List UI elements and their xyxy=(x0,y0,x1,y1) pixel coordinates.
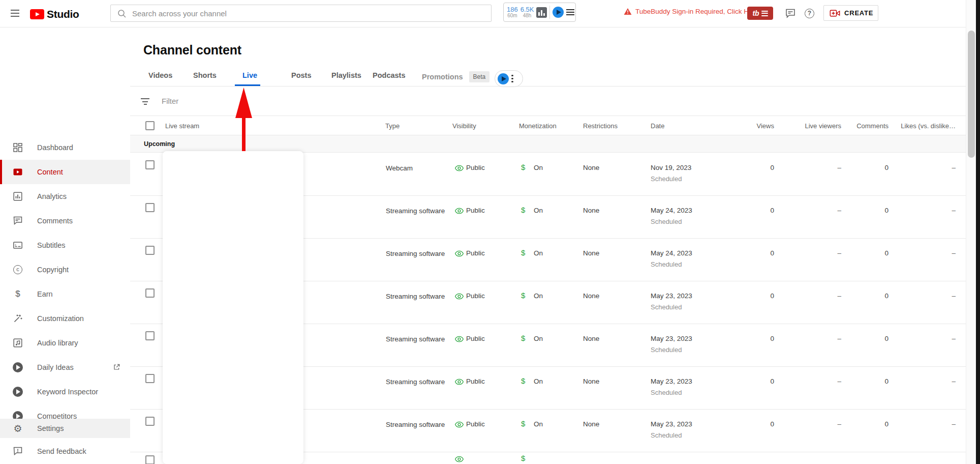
column-date[interactable]: Date xyxy=(651,122,664,130)
hamburger-menu-icon[interactable] xyxy=(11,10,19,17)
sidebar-item-dashboard[interactable]: Dashboard xyxy=(0,135,130,160)
extension-divider xyxy=(549,6,550,19)
window-scrollbar-thumb[interactable] xyxy=(968,31,975,158)
monetization-value: On xyxy=(534,292,543,300)
row-checkbox[interactable] xyxy=(145,374,155,383)
row-checkbox[interactable] xyxy=(145,160,155,169)
analytics-icon xyxy=(13,191,23,201)
sidebar-item-earn[interactable]: $Earn xyxy=(0,282,130,306)
row-checkbox[interactable] xyxy=(145,455,155,464)
sidebar-item-audio-library[interactable]: Audio library xyxy=(0,331,130,355)
date-status: Scheduled xyxy=(651,303,682,311)
active-tab-underline xyxy=(235,84,260,86)
sidebar-item-copyright[interactable]: cCopyright xyxy=(0,257,130,282)
top-bar: Studio 186 60m 6.5K 48h TubeBuddy Sign-i… xyxy=(0,0,966,27)
window-scrollbar-track[interactable] xyxy=(966,0,976,464)
row-checkbox[interactable] xyxy=(145,246,155,255)
visibility-value[interactable]: Public xyxy=(466,164,485,171)
tab-podcasts[interactable]: Podcasts xyxy=(373,71,405,79)
tab-live[interactable]: Live xyxy=(242,71,257,79)
tab-videos[interactable]: Videos xyxy=(148,71,172,79)
column-comments: Comments xyxy=(856,122,889,130)
sidebar-item-customization[interactable]: Customization xyxy=(0,306,130,331)
likes-value: – xyxy=(952,378,956,385)
tab-promotions[interactable]: PromotionsBeta xyxy=(422,71,489,82)
monetization-dollar-icon: $ xyxy=(521,163,525,171)
table-header: Live stream Type Visibility Monetization… xyxy=(130,116,966,135)
tubebuddy-button[interactable]: tb xyxy=(747,7,773,20)
extension-stat-views[interactable]: 186 60m xyxy=(507,6,518,18)
tubebuddy-logo: tb xyxy=(752,9,759,17)
row-checkbox[interactable] xyxy=(145,331,155,340)
stream-type: Streaming software xyxy=(386,420,445,429)
sidebar-item-content[interactable]: Content xyxy=(0,160,130,184)
select-all-checkbox[interactable] xyxy=(145,121,155,130)
copyright-icon: c xyxy=(13,265,23,275)
visibility-public-eye-icon xyxy=(454,377,464,387)
row-checkbox[interactable] xyxy=(145,417,155,426)
tab-posts[interactable]: Posts xyxy=(291,71,312,79)
row-checkbox[interactable] xyxy=(145,288,155,298)
external-link-icon xyxy=(113,363,120,373)
sidebar-item-keyword-inspector[interactable]: Keyword Inspector xyxy=(0,380,130,404)
likes-value: – xyxy=(952,249,956,257)
vidiq-tab-tools[interactable] xyxy=(495,70,523,87)
extension-chart-icon[interactable] xyxy=(536,7,547,18)
monetization-value: On xyxy=(534,164,543,171)
page-title: Channel content xyxy=(143,43,241,57)
filter-input[interactable] xyxy=(162,94,416,108)
extension-menu-icon[interactable] xyxy=(566,8,574,17)
stream-type: Streaming software xyxy=(386,292,445,301)
visibility-value[interactable]: Public xyxy=(466,378,485,385)
date-value: May 23, 2023 xyxy=(651,292,692,300)
visibility-value[interactable]: Public xyxy=(466,249,485,257)
blank-thumbnail-panel xyxy=(163,151,303,464)
sidebar-item-send-feedback[interactable]: Send feedback xyxy=(0,438,130,464)
feedback-comment-icon[interactable] xyxy=(785,9,795,18)
warning-text: TubeBuddy Sign-in Required, Click Here xyxy=(635,8,759,15)
help-icon[interactable]: ? xyxy=(805,9,814,18)
search-input[interactable] xyxy=(132,5,483,21)
visibility-public-eye-icon xyxy=(454,206,464,216)
comments-icon xyxy=(13,216,23,226)
youtube-studio-logo[interactable]: Studio xyxy=(30,8,79,20)
dashboard-icon xyxy=(13,142,23,153)
visibility-value[interactable]: Public xyxy=(466,335,485,342)
comments-value: 0 xyxy=(884,420,889,428)
earn-icon: $ xyxy=(13,289,23,299)
sidebar-item-subtitles[interactable]: Subtitles xyxy=(0,233,130,257)
likes-value: – xyxy=(952,335,956,342)
live-viewers-value: – xyxy=(837,378,841,385)
restrictions-value: None xyxy=(583,420,599,428)
content-tabs: VideosShortsLivePostsPlaylistsPodcastsPr… xyxy=(130,66,966,86)
youtube-studio-app: Studio 186 60m 6.5K 48h TubeBuddy Sign-i… xyxy=(0,0,980,464)
section-label: Upcoming xyxy=(144,135,175,153)
vidiq-icon xyxy=(13,362,23,372)
visibility-value[interactable]: Public xyxy=(466,207,485,214)
comments-value: 0 xyxy=(884,249,889,257)
tubebuddy-signin-warning[interactable]: TubeBuddy Sign-in Required, Click Here xyxy=(624,8,759,15)
likes-value: – xyxy=(952,164,956,171)
tab-shorts[interactable]: Shorts xyxy=(193,71,217,79)
visibility-value[interactable]: Public xyxy=(466,420,485,428)
row-checkbox[interactable] xyxy=(145,203,155,212)
vidiq-icon xyxy=(498,73,509,84)
sidebar-item-analytics[interactable]: Analytics xyxy=(0,184,130,209)
live-viewers-value: – xyxy=(837,420,841,428)
visibility-value[interactable]: Public xyxy=(466,292,485,300)
views-value: 0 xyxy=(770,420,774,428)
views-value: 0 xyxy=(770,335,774,342)
views-value: 0 xyxy=(770,378,774,385)
visibility-public-eye-icon xyxy=(454,420,464,429)
tab-playlists[interactable]: Playlists xyxy=(331,71,361,79)
monetization-value: On xyxy=(534,378,543,385)
sidebar-item-daily-ideas[interactable]: Daily Ideas xyxy=(0,355,130,380)
filter-bar xyxy=(130,86,966,116)
vidiq-icon[interactable] xyxy=(553,7,564,18)
monetization-value: On xyxy=(534,249,543,257)
column-views[interactable]: Views xyxy=(757,122,774,130)
sidebar-item-comments[interactable]: Comments xyxy=(0,209,130,233)
extension-stat-watchtime[interactable]: 6.5K 48h xyxy=(520,6,534,18)
sidebar-item-settings[interactable]: ⚙Settings xyxy=(0,419,130,438)
create-button[interactable]: CREATE xyxy=(823,5,878,21)
